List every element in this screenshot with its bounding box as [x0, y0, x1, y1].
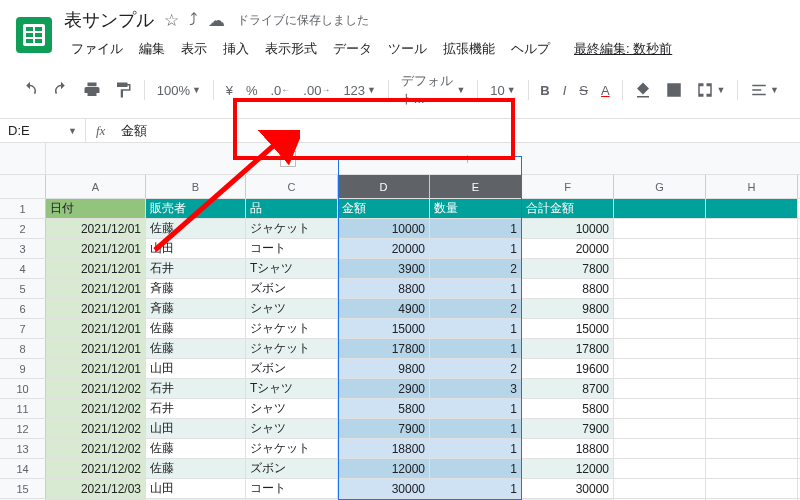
cell-A11[interactable]: 2021/12/02 [46, 399, 146, 418]
row-header-9[interactable]: 9 [0, 359, 46, 378]
paint-format-button[interactable] [109, 77, 137, 103]
cell-F15[interactable]: 30000 [522, 479, 614, 498]
cell-E10[interactable]: 3 [430, 379, 522, 398]
cell-A12[interactable]: 2021/12/02 [46, 419, 146, 438]
cell-A13[interactable]: 2021/12/02 [46, 439, 146, 458]
cell-C9[interactable]: ズボン [246, 359, 338, 378]
cell-D15[interactable]: 30000 [338, 479, 430, 498]
cell-A6[interactable]: 2021/12/01 [46, 299, 146, 318]
cell-D11[interactable]: 5800 [338, 399, 430, 418]
cell-F6[interactable]: 9800 [522, 299, 614, 318]
cell-D2[interactable]: 10000 [338, 219, 430, 238]
cell-A7[interactable]: 2021/12/01 [46, 319, 146, 338]
cell-G8[interactable] [614, 339, 706, 358]
cell-A8[interactable]: 2021/12/01 [46, 339, 146, 358]
cell-H13[interactable] [706, 439, 798, 458]
row-header-4[interactable]: 4 [0, 259, 46, 278]
cell-F10[interactable]: 8700 [522, 379, 614, 398]
cell-C1[interactable]: 品 [246, 199, 338, 218]
cell-G15[interactable] [614, 479, 706, 498]
cell-D12[interactable]: 7900 [338, 419, 430, 438]
cell-B4[interactable]: 石井 [146, 259, 246, 278]
cell-E4[interactable]: 2 [430, 259, 522, 278]
font-select[interactable]: デフォルト...▼ [396, 68, 471, 112]
cell-G3[interactable] [614, 239, 706, 258]
strikethrough-button[interactable]: S [574, 79, 593, 102]
cell-C10[interactable]: Tシャツ [246, 379, 338, 398]
cell-C4[interactable]: Tシャツ [246, 259, 338, 278]
cell-F9[interactable]: 19600 [522, 359, 614, 378]
cell-B1[interactable]: 販売者 [146, 199, 246, 218]
more-formats-button[interactable]: 123▼ [338, 79, 381, 102]
cell-E3[interactable]: 1 [430, 239, 522, 258]
row-header-6[interactable]: 6 [0, 299, 46, 318]
cell-F13[interactable]: 18800 [522, 439, 614, 458]
col-header-H[interactable]: H [706, 175, 798, 198]
cell-D9[interactable]: 9800 [338, 359, 430, 378]
cell-G11[interactable] [614, 399, 706, 418]
zoom-select[interactable]: 100%▼ [152, 79, 206, 102]
cell-C15[interactable]: コート [246, 479, 338, 498]
cell-E15[interactable]: 1 [430, 479, 522, 498]
cell-H11[interactable] [706, 399, 798, 418]
cell-E13[interactable]: 1 [430, 439, 522, 458]
cell-B10[interactable]: 石井 [146, 379, 246, 398]
cell-A10[interactable]: 2021/12/02 [46, 379, 146, 398]
italic-button[interactable]: I [558, 79, 572, 102]
cell-H5[interactable] [706, 279, 798, 298]
col-header-G[interactable]: G [614, 175, 706, 198]
row-header-11[interactable]: 11 [0, 399, 46, 418]
percent-button[interactable]: % [241, 79, 263, 102]
cell-D14[interactable]: 12000 [338, 459, 430, 478]
cell-D8[interactable]: 17800 [338, 339, 430, 358]
cell-B15[interactable]: 山田 [146, 479, 246, 498]
cell-G10[interactable] [614, 379, 706, 398]
print-button[interactable] [78, 77, 106, 103]
name-box[interactable]: D:E▼ [0, 119, 86, 142]
cell-E8[interactable]: 1 [430, 339, 522, 358]
cell-A9[interactable]: 2021/12/01 [46, 359, 146, 378]
cell-F7[interactable]: 15000 [522, 319, 614, 338]
cell-G5[interactable] [614, 279, 706, 298]
cell-E6[interactable]: 2 [430, 299, 522, 318]
cell-A14[interactable]: 2021/12/02 [46, 459, 146, 478]
last-edit-link[interactable]: 最終編集: 数秒前 [567, 36, 679, 62]
star-icon[interactable]: ☆ [164, 10, 179, 31]
cell-H10[interactable] [706, 379, 798, 398]
cell-A5[interactable]: 2021/12/01 [46, 279, 146, 298]
merge-button[interactable]: ▼ [691, 77, 730, 103]
row-header-8[interactable]: 8 [0, 339, 46, 358]
row-header-2[interactable]: 2 [0, 219, 46, 238]
undo-button[interactable] [16, 77, 44, 103]
col-header-F[interactable]: F [522, 175, 614, 198]
cell-H9[interactable] [706, 359, 798, 378]
menu-データ[interactable]: データ [326, 36, 379, 62]
currency-button[interactable]: ¥ [221, 79, 238, 102]
cell-B11[interactable]: 石井 [146, 399, 246, 418]
increase-decimal-button[interactable]: .00→ [298, 79, 335, 102]
cell-C12[interactable]: シャツ [246, 419, 338, 438]
cell-H7[interactable] [706, 319, 798, 338]
font-size-select[interactable]: 10▼ [485, 79, 520, 102]
cell-B3[interactable]: 山田 [146, 239, 246, 258]
cell-G6[interactable] [614, 299, 706, 318]
cell-G13[interactable] [614, 439, 706, 458]
row-header-1[interactable]: 1 [0, 199, 46, 218]
cell-H1[interactable] [706, 199, 798, 218]
cell-C5[interactable]: ズボン [246, 279, 338, 298]
cell-B12[interactable]: 山田 [146, 419, 246, 438]
cell-B6[interactable]: 斉藤 [146, 299, 246, 318]
cell-A3[interactable]: 2021/12/01 [46, 239, 146, 258]
menu-表示形式[interactable]: 表示形式 [258, 36, 324, 62]
sheets-logo[interactable] [16, 17, 52, 53]
cell-F11[interactable]: 5800 [522, 399, 614, 418]
cell-F8[interactable]: 17800 [522, 339, 614, 358]
row-header-3[interactable]: 3 [0, 239, 46, 258]
cell-H12[interactable] [706, 419, 798, 438]
cell-D5[interactable]: 8800 [338, 279, 430, 298]
cell-H3[interactable] [706, 239, 798, 258]
cell-E7[interactable]: 1 [430, 319, 522, 338]
cell-H15[interactable] [706, 479, 798, 498]
row-header-14[interactable]: 14 [0, 459, 46, 478]
cell-F4[interactable]: 7800 [522, 259, 614, 278]
